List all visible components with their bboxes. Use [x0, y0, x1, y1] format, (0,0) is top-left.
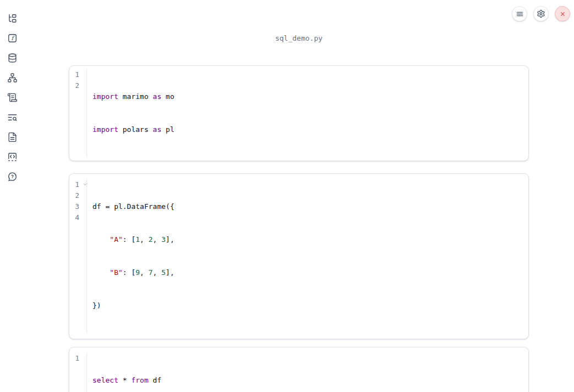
- line-number: 2: [75, 190, 79, 201]
- variables-icon[interactable]: f: [7, 33, 18, 43]
- file-explorer-icon[interactable]: [7, 13, 18, 24]
- line-number: 1: [75, 69, 79, 80]
- close-x-icon: [559, 10, 566, 18]
- logs-icon[interactable]: [7, 92, 18, 103]
- notebook-filename: sql_demo.py: [69, 34, 529, 42]
- code-editor[interactable]: df = pl.DataFrame({ "A": [1, 2, 3], "B":…: [87, 179, 528, 333]
- code-line: "B": [9, 7, 5],: [92, 267, 528, 278]
- topbar-actions: [512, 6, 570, 21]
- sql-cell: 1 select * from df Output variable: sql …: [69, 347, 529, 392]
- line-number: 3: [75, 201, 79, 212]
- sql-editor[interactable]: select * from df: [87, 353, 528, 392]
- settings-gear-icon: [537, 9, 545, 18]
- line-number-gutter: 1 2: [69, 69, 87, 157]
- settings-button[interactable]: [533, 6, 549, 21]
- code-cell-dataframe[interactable]: 1 2 3 4 df = pl.DataFrame({ "A": [1, 2, …: [69, 173, 529, 339]
- line-number: 1: [75, 179, 79, 190]
- help-icon[interactable]: ?: [7, 172, 18, 182]
- code-line: import polars as pl: [92, 124, 528, 135]
- svg-text:?: ?: [10, 174, 13, 179]
- code-line: select * from df: [92, 375, 528, 386]
- line-number: 1: [75, 353, 79, 364]
- line-number: 4: [75, 212, 79, 223]
- documentation-icon[interactable]: [7, 132, 18, 142]
- tracebacks-icon[interactable]: [7, 112, 18, 123]
- code-line: "A": [1, 2, 3],: [92, 234, 528, 245]
- helper-sidebar: f: [0, 0, 24, 392]
- svg-text:f: f: [11, 35, 15, 41]
- code-cell-imports[interactable]: 1 2 import marimo as mo import polars as…: [69, 65, 529, 161]
- menu-icon: [516, 10, 524, 18]
- line-number-gutter: 1 2 3 4: [69, 179, 87, 333]
- datasources-icon[interactable]: [7, 53, 18, 63]
- shutdown-button[interactable]: [555, 6, 570, 21]
- scratchpad-icon[interactable]: [7, 152, 18, 162]
- line-number: 2: [75, 80, 79, 91]
- code-editor[interactable]: import marimo as mo import polars as pl: [87, 69, 528, 157]
- code-line: import marimo as mo: [92, 91, 528, 102]
- code-line: df = pl.DataFrame({: [92, 201, 528, 212]
- line-number-gutter: 1: [69, 353, 87, 392]
- dependency-graph-icon[interactable]: [7, 73, 18, 83]
- code-fold-chevron-down-icon[interactable]: [83, 182, 88, 187]
- menu-button[interactable]: [512, 6, 527, 21]
- notebook: sql_demo.py 1 2 import marimo as mo impo…: [69, 0, 529, 392]
- code-line: }): [92, 300, 528, 311]
